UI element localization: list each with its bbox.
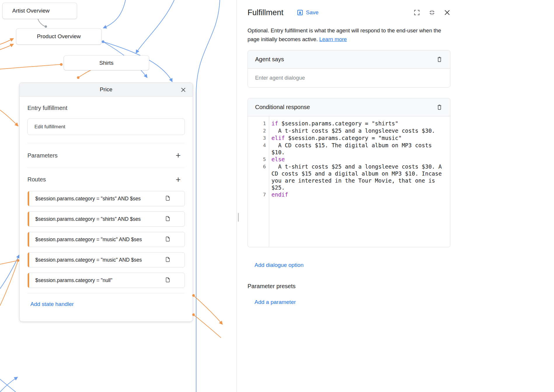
line-number: 7 [248,191,269,198]
entry-fulfillment-label: Entry fulfillment [27,105,185,111]
save-button[interactable]: Save [297,9,318,16]
parameter-presets-label: Parameter presets [248,283,456,290]
route-condition-text: $session.params.category = "music" AND $… [35,237,162,243]
code-line: 7 endif [248,191,450,198]
document-icon[interactable] [165,215,170,223]
code-text: A t-shirt costs $25 and a longsleeve cos… [269,163,450,191]
route-condition-item[interactable]: $session.params.category = "music" AND $… [27,252,185,267]
route-condition-item[interactable]: $session.params.category = "null" [27,273,185,288]
section-divider [27,293,185,293]
route-condition-item[interactable]: $session.params.category = "shirts" AND … [27,211,185,227]
fulfillment-panel: Fulfillment Save [240,0,554,392]
routes-list: $session.params.category = "shirts" AND … [27,191,185,288]
edit-fulfillment-label: Edit fulfillment [34,124,65,130]
trash-icon[interactable] [436,104,443,111]
dialogflow-flow-builder: Artist Overview Product Overview Shirts … [0,0,554,392]
route-condition-item[interactable]: $session.params.category = "music" AND $… [27,232,185,247]
agent-says-card: Agent says [248,50,450,88]
panel-description: Optional. Entry fulfillment is what the … [248,26,452,44]
add-dialogue-option-link[interactable]: Add dialogue option [255,262,304,268]
code-text: endif [269,191,450,198]
fulfillment-panel-header: Fulfillment Save [248,6,456,19]
panel-resizer[interactable] [236,0,240,392]
line-number: 1 [248,120,269,127]
routes-label: Routes [27,176,46,183]
routes-row: Routes + [27,168,185,191]
conditional-response-header: Conditional response [248,98,450,116]
code-line: 1 if $session.params.category = "shirts" [248,120,450,127]
conditional-response-card: Conditional response 1 if $session.param… [248,98,450,247]
node-title: Shirts [99,60,114,66]
code-text: else [269,156,450,163]
line-number: 4 [248,142,269,149]
close-icon[interactable] [444,9,451,16]
fullscreen-exit-icon[interactable] [428,9,435,16]
code-line: 3 elif $session.params.category = "music… [248,134,450,142]
condition-code-editor[interactable]: 1 if $session.params.category = "shirts"… [248,116,450,247]
code-text: A CD costs $15. The digital album on MP3… [269,142,450,156]
node-product-overview[interactable]: Product Overview [16,28,102,45]
route-condition-text: $session.params.category = "shirts" AND … [35,196,162,202]
learn-more-link[interactable]: Learn more [319,36,347,42]
document-icon[interactable] [165,276,170,284]
parameters-row: Parameters + [27,143,185,168]
line-number: 5 [248,156,269,163]
resizer-grip-icon [238,213,239,222]
route-condition-text: $session.params.category = "shirts" AND … [35,216,162,222]
code-text: elif $session.params.category = "music" [269,134,450,141]
add-a-parameter-link[interactable]: Add a parameter [255,299,296,305]
parameters-label: Parameters [27,152,58,159]
code-line: 2 A t-shirt costs $25 and a longsleeve c… [248,127,450,134]
line-number: 6 [248,163,269,170]
add-route-icon[interactable]: + [176,177,185,183]
price-panel-body: Entry fulfillment Edit fulfillment Param… [20,105,193,307]
node-shirts[interactable]: Shirts [64,55,149,70]
code-text: if $session.params.category = "shirts" [269,120,450,127]
price-node-panel: Price Entry fulfillment Edit fulfillment… [19,83,193,322]
close-icon[interactable] [180,86,187,93]
node-artist-overview[interactable]: Artist Overview [2,3,77,19]
agent-says-header: Agent says [248,50,450,69]
route-condition-text: $session.params.category = "null" [35,277,162,284]
panel-title: Fulfillment [248,8,283,17]
document-icon[interactable] [165,256,170,264]
route-condition-text: $session.params.category = "music" AND $… [35,257,162,263]
price-panel-title: Price [100,86,112,93]
line-number: 2 [248,127,269,134]
flow-canvas[interactable]: Artist Overview Product Overview Shirts … [0,0,236,392]
fullscreen-icon[interactable] [413,9,420,16]
edit-fulfillment-button[interactable]: Edit fulfillment [27,118,185,135]
node-title: Product Overview [37,33,81,40]
save-icon [297,9,303,16]
node-title: Artist Overview [12,8,50,14]
code-line: 4 A CD costs $15. The digital album on M… [248,142,450,156]
add-state-handler-link[interactable]: Add state handler [30,301,74,307]
price-panel-header: Price [20,83,193,97]
document-icon[interactable] [165,236,170,244]
add-parameter-icon[interactable]: + [176,153,185,158]
save-button-label: Save [306,9,318,16]
agent-dialogue-input[interactable] [248,69,450,87]
conditional-response-title: Conditional response [255,104,310,111]
document-icon[interactable] [165,195,170,203]
line-number: 3 [248,134,269,142]
agent-says-title: Agent says [255,56,284,63]
code-text: A t-shirt costs $25 and a longsleeve cos… [269,127,450,134]
code-line: 5 else [248,156,450,163]
trash-icon[interactable] [436,56,443,63]
code-line: 6 A t-shirt costs $25 and a longsleeve c… [248,163,450,191]
route-condition-item[interactable]: $session.params.category = "shirts" AND … [27,191,185,206]
